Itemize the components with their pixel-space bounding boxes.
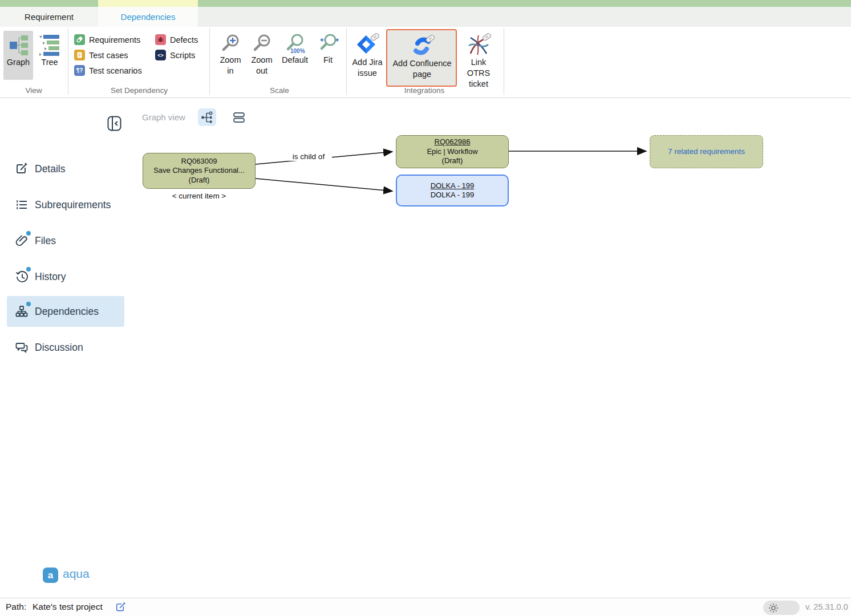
node-id-link[interactable]: DOLKA - 199 bbox=[431, 181, 475, 191]
graph-button-label: Graph bbox=[7, 57, 30, 68]
dependency-edges bbox=[0, 98, 851, 598]
group-label-scale: Scale bbox=[245, 86, 314, 95]
active-tab-accent-band bbox=[98, 0, 198, 7]
set-dep-scripts[interactable]: <> Scripts bbox=[155, 50, 195, 60]
add-confluence-page-button[interactable]: Add Confluence page bbox=[386, 29, 457, 87]
brand-name: aqua bbox=[63, 567, 90, 581]
tab-dependencies[interactable]: Dependencies bbox=[98, 7, 198, 27]
scripts-label: Scripts bbox=[170, 51, 195, 60]
zoom-fit-button[interactable]: Fit bbox=[314, 31, 342, 83]
zoom-fit-label: Fit bbox=[323, 55, 333, 66]
node-status: (Draft) bbox=[442, 156, 463, 166]
node-jira-item[interactable]: DOLKA - 199 DOLKA - 199 bbox=[396, 175, 509, 206]
status-bar: Path: Kate's test project v. 25.31.0.0 bbox=[0, 598, 851, 616]
zoom-in-icon bbox=[220, 33, 241, 55]
link-otrs-label: Link OTRS ticket bbox=[460, 57, 497, 90]
node-parent-requirement[interactable]: RQ062986 Epic | Workflow (Draft) bbox=[396, 135, 509, 168]
requirements-label: Requirements bbox=[89, 35, 140, 44]
add-jira-label: Add Jira issue bbox=[350, 57, 385, 79]
set-dep-requirements[interactable]: Requirements bbox=[74, 34, 140, 45]
test-cases-label: Test cases bbox=[89, 51, 128, 60]
zoom-default-button[interactable]: 100% Default bbox=[278, 31, 311, 83]
zoom-out-label: Zoom out bbox=[249, 55, 274, 76]
test-cases-icon bbox=[74, 50, 85, 60]
tree-icon bbox=[38, 33, 62, 57]
zoom-in-label: Zoom in bbox=[218, 55, 243, 76]
graph-view-button[interactable]: Graph bbox=[3, 31, 33, 80]
current-item-label: < current item > bbox=[143, 192, 256, 200]
edit-path-button[interactable] bbox=[115, 602, 126, 613]
tab-requirement[interactable]: Requirement bbox=[0, 7, 98, 27]
link-badge-icon bbox=[370, 33, 380, 41]
node-title: DOLKA - 199 bbox=[431, 191, 475, 200]
path-value: Kate's test project bbox=[33, 602, 103, 612]
node-related-requirements[interactable]: 7 related requirements bbox=[650, 135, 763, 168]
dependencies-canvas: Graph view Details Subrequirements Files bbox=[0, 98, 851, 598]
add-confluence-label: Add Confluence page bbox=[391, 58, 453, 80]
link-otrs-ticket-button[interactable]: Link OTRS ticket bbox=[460, 31, 497, 83]
group-label-integrations: Integrations bbox=[390, 86, 459, 95]
node-id: RQ063009 bbox=[181, 157, 217, 167]
ribbon-divider bbox=[68, 29, 68, 95]
settings-toggle[interactable] bbox=[763, 601, 800, 615]
jira-icon bbox=[355, 33, 380, 57]
set-dep-test-scenarios[interactable]: ¶? Test scenarios bbox=[74, 65, 142, 76]
ribbon: Graph Tree View Requirements Te bbox=[0, 27, 851, 98]
requirements-icon bbox=[74, 34, 85, 45]
tree-button-label: Tree bbox=[41, 57, 58, 68]
aqua-logo-icon: a bbox=[43, 568, 58, 583]
tab-bar: Requirement Dependencies bbox=[0, 7, 851, 27]
ribbon-divider bbox=[504, 29, 504, 95]
defects-label: Defects bbox=[170, 35, 198, 44]
zoom-in-button[interactable]: Zoom in bbox=[216, 31, 245, 83]
confluence-icon bbox=[410, 34, 435, 58]
otrs-icon bbox=[466, 33, 491, 57]
path-label: Path: bbox=[6, 602, 26, 612]
tree-view-button[interactable]: Tree bbox=[35, 31, 64, 80]
set-dep-test-cases[interactable]: Test cases bbox=[74, 50, 128, 60]
gear-icon bbox=[768, 603, 779, 613]
ribbon-divider bbox=[209, 29, 210, 95]
set-dep-defects[interactable]: Defects bbox=[155, 34, 198, 45]
group-label-view: View bbox=[8, 86, 59, 95]
scripts-icon: <> bbox=[155, 50, 166, 60]
version-text: v. 25.31.0.0 bbox=[805, 602, 848, 611]
test-scenarios-label: Test scenarios bbox=[89, 66, 142, 75]
node-current-requirement[interactable]: RQ063009 Save Changes Functional... (Dra… bbox=[143, 153, 256, 189]
edge-label: is child of bbox=[285, 152, 332, 161]
node-title: Epic | Workflow bbox=[427, 147, 477, 157]
link-badge-icon bbox=[426, 34, 435, 43]
graph-icon bbox=[6, 33, 30, 57]
node-id-link[interactable]: RQ062986 bbox=[435, 137, 471, 147]
zoom-out-icon bbox=[251, 33, 273, 55]
test-scenarios-icon: ¶? bbox=[74, 65, 85, 76]
zoom-default-icon: 100% bbox=[284, 33, 306, 55]
default-zoom-badge: 100% bbox=[290, 46, 305, 56]
add-jira-issue-button[interactable]: Add Jira issue bbox=[349, 31, 386, 83]
group-label-set-dependency: Set Dependency bbox=[96, 86, 182, 95]
zoom-fit-icon bbox=[317, 33, 339, 55]
defects-icon bbox=[155, 34, 166, 45]
node-title: Save Changes Functional... bbox=[153, 166, 245, 176]
related-requirements-link[interactable]: 7 related requirements bbox=[668, 147, 745, 157]
node-status: (Draft) bbox=[189, 176, 210, 185]
ribbon-divider bbox=[346, 29, 347, 95]
zoom-out-button[interactable]: Zoom out bbox=[247, 31, 277, 83]
edit-pencil-icon bbox=[115, 602, 126, 613]
